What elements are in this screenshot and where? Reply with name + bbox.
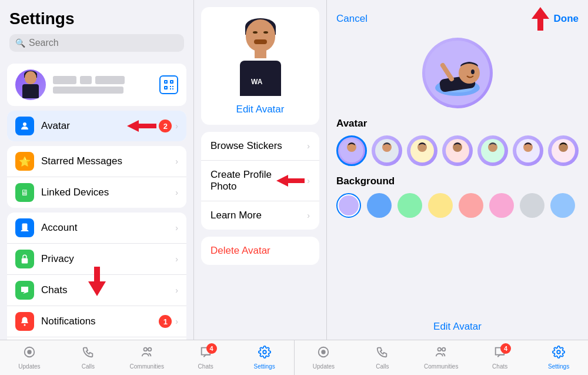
avatar-neck xyxy=(255,50,266,58)
tab-communities[interactable]: Communities xyxy=(118,340,176,375)
phone-placeholder xyxy=(53,87,123,94)
chevron-icon: › xyxy=(175,317,178,326)
chats-tab-icon-right: 4 xyxy=(493,346,506,362)
search-input[interactable] xyxy=(29,38,178,48)
delete-avatar-item[interactable]: Delete Avatar xyxy=(201,237,319,265)
swatch-purple[interactable] xyxy=(336,193,361,218)
done-button[interactable]: Done xyxy=(554,13,579,25)
svg-point-10 xyxy=(23,122,26,126)
tab-chats-label: Chats xyxy=(198,363,213,370)
payments-item[interactable]: Payments › xyxy=(7,337,186,340)
tab-calls[interactable]: Calls xyxy=(59,340,118,375)
chats-badge: 4 xyxy=(206,343,217,354)
svg-point-44 xyxy=(143,348,147,351)
create-profile-photo-item[interactable]: Create Profile Photo › xyxy=(201,161,319,201)
swatch-pink[interactable] xyxy=(489,193,514,218)
profile-item[interactable] xyxy=(7,64,186,106)
browse-stickers-item[interactable]: Browse Stickers › xyxy=(201,132,319,161)
avatar-thumb-6[interactable] xyxy=(513,135,543,166)
tab-settings[interactable]: Settings xyxy=(235,340,294,375)
notifications-icon xyxy=(15,312,34,331)
tab-calls-right[interactable]: Calls xyxy=(353,340,412,375)
tab-communities-right[interactable]: Communities xyxy=(412,340,470,375)
chevron-icon: › xyxy=(175,188,178,197)
tab-chats[interactable]: 4 Chats xyxy=(176,340,235,375)
updates-icon-right xyxy=(317,346,330,362)
tab-chats-right[interactable]: 4 Chats xyxy=(470,340,529,375)
avatar-section: Avatar 2 › xyxy=(7,111,186,141)
chats-tab-icon: 4 xyxy=(199,346,212,362)
swatch-yellow[interactable] xyxy=(428,193,453,218)
avatar-thumb-2[interactable] xyxy=(372,135,402,166)
svg-point-14 xyxy=(24,324,26,326)
avatar-head xyxy=(25,71,36,84)
starred-messages-item[interactable]: ⭐ Starred Messages › xyxy=(7,146,186,177)
account-icon xyxy=(15,218,34,237)
avatar-3d-figure: WA xyxy=(225,16,296,99)
svg-point-48 xyxy=(322,350,326,354)
tab-settings-right[interactable]: Settings xyxy=(529,340,588,375)
privacy-item[interactable]: Privacy › xyxy=(7,244,186,275)
tab-updates[interactable]: Updates xyxy=(0,340,59,375)
tab-updates-right[interactable]: Updates xyxy=(295,340,353,375)
swatch-blue[interactable] xyxy=(367,193,392,218)
svg-rect-6 xyxy=(170,86,171,87)
chevron-icon: › xyxy=(175,223,178,233)
search-icon: 🔍 xyxy=(15,38,25,48)
svg-rect-3 xyxy=(165,81,166,82)
privacy-label: Privacy xyxy=(41,253,175,265)
avatar-badge: 2 xyxy=(159,120,172,132)
right-header: Cancel Done xyxy=(327,0,588,38)
privacy-icon xyxy=(15,250,34,268)
svg-rect-8 xyxy=(170,88,171,89)
chevron-icon: › xyxy=(175,254,178,264)
main-settings-section: Account › Privacy › Chats › xyxy=(7,213,186,340)
avatar-thumb-3[interactable] xyxy=(407,135,437,166)
avatar-thumbnails xyxy=(336,135,579,166)
svg-point-43 xyxy=(28,350,31,354)
svg-rect-13 xyxy=(22,258,28,264)
svg-point-51 xyxy=(557,350,560,354)
red-arrow-up xyxy=(532,7,549,31)
delete-avatar-card: Delete Avatar xyxy=(201,237,319,265)
right-footer: Edit Avatar xyxy=(327,314,588,340)
avatar-figure: WA xyxy=(228,19,293,96)
swatch-green[interactable] xyxy=(397,193,422,218)
svg-rect-4 xyxy=(171,81,172,82)
notifications-badge: 1 xyxy=(159,315,172,328)
communities-icon xyxy=(141,346,153,362)
right-panel: Cancel Done xyxy=(327,0,588,340)
chevron-icon: › xyxy=(175,157,178,166)
communities-icon-right xyxy=(435,346,447,362)
swatch-lightblue[interactable] xyxy=(550,193,575,218)
qr-icon[interactable] xyxy=(159,75,178,94)
avatar-section-label: Avatar xyxy=(336,118,579,130)
avatar-thumb-1[interactable] xyxy=(336,135,367,166)
linked-devices-item[interactable]: 🖥 Linked Devices › xyxy=(7,177,186,208)
avatar xyxy=(15,69,46,100)
chats-item[interactable]: Chats › xyxy=(7,275,186,306)
browse-stickers-label: Browse Stickers xyxy=(211,140,307,152)
search-bar[interactable]: 🔍 xyxy=(9,34,184,52)
delete-avatar-label: Delete Avatar xyxy=(211,245,310,257)
avatar-thumb-5[interactable] xyxy=(477,135,508,166)
swatch-gray[interactable] xyxy=(520,193,544,218)
account-label: Account xyxy=(41,222,175,234)
linked-icon: 🖥 xyxy=(15,183,34,202)
chats-badge-right: 4 xyxy=(500,343,511,354)
edit-avatar-link[interactable]: Edit Avatar xyxy=(236,104,285,115)
svg-point-45 xyxy=(148,348,152,351)
learn-more-item[interactable]: Learn More › xyxy=(201,201,319,230)
avatar-menu-item[interactable]: Avatar 2 › xyxy=(7,111,186,141)
notifications-item[interactable]: Notifications 1 › xyxy=(7,306,186,337)
tab-communities-label-right: Communities xyxy=(424,363,458,370)
tab-bar: Updates Calls Communities 4 Chats Se xyxy=(0,340,588,375)
starred-label: Starred Messages xyxy=(41,155,175,167)
edit-avatar-footer-link[interactable]: Edit Avatar xyxy=(433,321,482,333)
cancel-button[interactable]: Cancel xyxy=(336,13,368,25)
done-area: Done xyxy=(532,7,579,31)
swatch-peach[interactable] xyxy=(459,193,483,218)
avatar-thumb-7[interactable] xyxy=(548,135,579,166)
avatar-thumb-4[interactable] xyxy=(442,135,473,166)
account-item[interactable]: Account › xyxy=(7,213,186,244)
